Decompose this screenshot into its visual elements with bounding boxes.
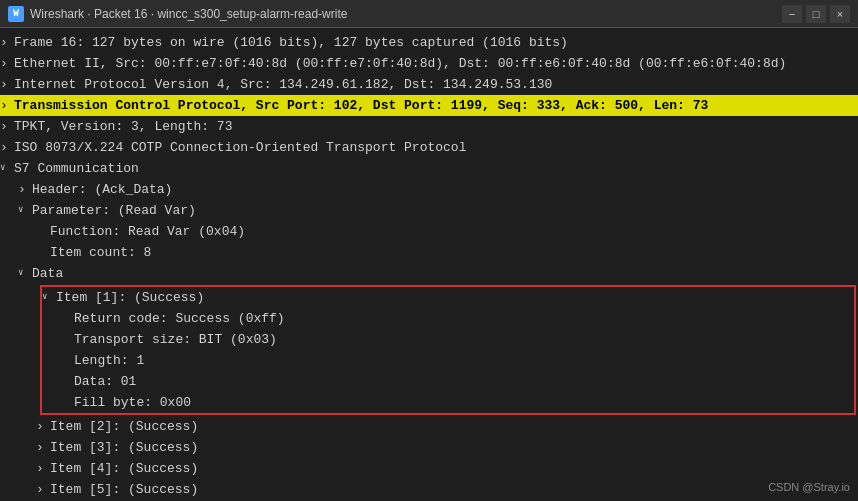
expand-icon-tcp[interactable]: › <box>0 96 14 115</box>
item1-redbox: ∨Item [1]: (Success)Return code: Success… <box>40 285 856 415</box>
packet-detail-panel[interactable]: ›Frame 16: 127 bytes on wire (1016 bits)… <box>0 28 858 501</box>
row-text-itemcount: Item count: 8 <box>50 243 854 262</box>
expand-icon-header[interactable]: › <box>18 180 32 199</box>
tree-row-ethernet[interactable]: ›Ethernet II, Src: 00:ff:e7:0f:40:8d (00… <box>0 53 858 74</box>
tree-row-item1_ts[interactable]: Transport size: BIT (0x03) <box>42 329 854 350</box>
expand-icon-item2[interactable]: › <box>36 417 50 436</box>
row-text-header: Header: (Ack_Data) <box>32 180 854 199</box>
tree-row-header[interactable]: ›Header: (Ack_Data) <box>0 179 858 200</box>
row-text-ethernet: Ethernet II, Src: 00:ff:e7:0f:40:8d (00:… <box>14 54 854 73</box>
row-text-function: Function: Read Var (0x04) <box>50 222 854 241</box>
row-text-item1_fill: Fill byte: 0x00 <box>74 393 850 412</box>
expand-icon-parameter[interactable]: ∨ <box>18 201 32 220</box>
tree-row-s7comm[interactable]: ∨S7 Communication <box>0 158 858 179</box>
close-button[interactable]: × <box>830 5 850 23</box>
tree-row-data[interactable]: ∨Data <box>0 263 858 284</box>
expand-icon-frame[interactable]: › <box>0 33 14 52</box>
row-text-frame: Frame 16: 127 bytes on wire (1016 bits),… <box>14 33 854 52</box>
row-text-item1_ts: Transport size: BIT (0x03) <box>74 330 850 349</box>
tree-row-item1_data[interactable]: Data: 01 <box>42 371 854 392</box>
row-text-tpkt: TPKT, Version: 3, Length: 73 <box>14 117 854 136</box>
expand-icon-item1_boxed[interactable]: ∨ <box>42 288 56 307</box>
title-bar-left: W Wireshark · Packet 16 · wincc_s300_set… <box>8 6 347 22</box>
tree-row-tpkt[interactable]: ›TPKT, Version: 3, Length: 73 <box>0 116 858 137</box>
expand-icon-data[interactable]: ∨ <box>18 264 32 283</box>
row-text-cotp: ISO 8073/X.224 COTP Connection-Oriented … <box>14 138 854 157</box>
minimize-button[interactable]: − <box>782 5 802 23</box>
window-title: Wireshark · Packet 16 · wincc_s300_setup… <box>30 7 347 21</box>
tree-row-item1_rc[interactable]: Return code: Success (0xff) <box>42 308 854 329</box>
tree-row-item5[interactable]: ›Item [5]: (Success) <box>0 479 858 500</box>
tree-row-frame[interactable]: ›Frame 16: 127 bytes on wire (1016 bits)… <box>0 32 858 53</box>
tree-row-itemcount[interactable]: Item count: 8 <box>0 242 858 263</box>
watermark: CSDN @Stray.io <box>768 481 850 493</box>
expand-icon-ethernet[interactable]: › <box>0 54 14 73</box>
row-text-item1_len: Length: 1 <box>74 351 850 370</box>
tree-row-item1_boxed[interactable]: ∨Item [1]: (Success) <box>42 287 854 308</box>
expand-icon-item4[interactable]: › <box>36 459 50 478</box>
row-text-data: Data <box>32 264 854 283</box>
tree-row-ipv4[interactable]: ›Internet Protocol Version 4, Src: 134.2… <box>0 74 858 95</box>
row-text-item4: Item [4]: (Success) <box>50 459 854 478</box>
tree-row-function[interactable]: Function: Read Var (0x04) <box>0 221 858 242</box>
app-icon: W <box>8 6 24 22</box>
row-text-item3: Item [3]: (Success) <box>50 438 854 457</box>
expand-icon-ipv4[interactable]: › <box>0 75 14 94</box>
tree-row-item4[interactable]: ›Item [4]: (Success) <box>0 458 858 479</box>
tree-row-item1_fill[interactable]: Fill byte: 0x00 <box>42 392 854 413</box>
expand-icon-s7comm[interactable]: ∨ <box>0 159 14 178</box>
expand-icon-item3[interactable]: › <box>36 438 50 457</box>
expand-icon-item5[interactable]: › <box>36 480 50 499</box>
row-text-parameter: Parameter: (Read Var) <box>32 201 854 220</box>
tree-row-item2[interactable]: ›Item [2]: (Success) <box>0 416 858 437</box>
row-text-item2: Item [2]: (Success) <box>50 417 854 436</box>
row-text-tcp: Transmission Control Protocol, Src Port:… <box>14 96 854 115</box>
tree-row-cotp[interactable]: ›ISO 8073/X.224 COTP Connection-Oriented… <box>0 137 858 158</box>
row-text-s7comm: S7 Communication <box>14 159 854 178</box>
row-text-item1_boxed: Item [1]: (Success) <box>56 288 850 307</box>
row-text-item1_rc: Return code: Success (0xff) <box>74 309 850 328</box>
tree-row-item3[interactable]: ›Item [3]: (Success) <box>0 437 858 458</box>
title-controls[interactable]: − □ × <box>782 5 850 23</box>
row-text-ipv4: Internet Protocol Version 4, Src: 134.24… <box>14 75 854 94</box>
expand-icon-cotp[interactable]: › <box>0 138 14 157</box>
tree-row-tcp[interactable]: ›Transmission Control Protocol, Src Port… <box>0 95 858 116</box>
tree-row-item1_len[interactable]: Length: 1 <box>42 350 854 371</box>
expand-icon-tpkt[interactable]: › <box>0 117 14 136</box>
row-text-item5: Item [5]: (Success) <box>50 480 854 499</box>
maximize-button[interactable]: □ <box>806 5 826 23</box>
row-text-item1_data: Data: 01 <box>74 372 850 391</box>
title-bar: W Wireshark · Packet 16 · wincc_s300_set… <box>0 0 858 28</box>
tree-row-parameter[interactable]: ∨Parameter: (Read Var) <box>0 200 858 221</box>
